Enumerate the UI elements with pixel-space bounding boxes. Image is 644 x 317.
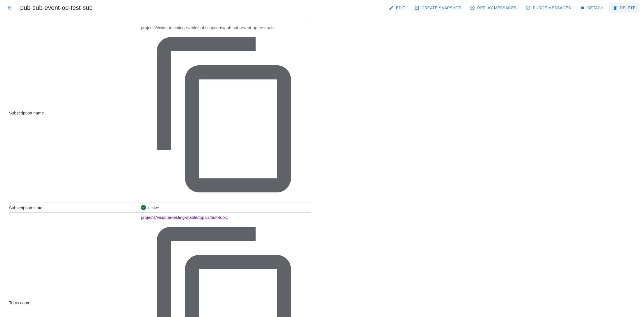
edit-button[interactable]: EDIT [385,3,409,13]
subscription-name-row: Subscription name projects/visionai-test… [9,23,310,203]
trash-icon [613,5,618,10]
clock-icon [470,5,475,10]
copy-icon [143,220,312,317]
detach-button[interactable]: DETACH [576,3,608,13]
check-circle-icon [141,205,146,210]
purge-label: PURGE MESSAGES [533,6,571,10]
detach-label: DETACH [587,6,604,10]
stop-icon [580,5,585,10]
arrow-back-icon [7,4,13,11]
sub-state-value: active [148,205,159,210]
subscription-state-row: Subscription state active [9,203,310,213]
details-table: Subscription name projects/visionai-test… [9,23,310,317]
page-header: pub-sub-event-op-test-sub EDIT CREATE SN… [0,0,644,16]
topic-label: Topic name [9,213,141,317]
sub-state-label: Subscription state [9,203,141,213]
back-button[interactable] [4,2,16,13]
purge-button[interactable]: PURGE MESSAGES [522,3,575,13]
edit-label: EDIT [396,6,405,10]
toolbar: EDIT CREATE SNAPSHOT REPLAY MESSAGES PUR… [385,3,640,13]
pencil-icon [389,5,394,10]
create-snapshot-button[interactable]: CREATE SNAPSHOT [410,3,465,13]
topic-link[interactable]: projects/visionai-testing-stable/topics/… [141,215,228,220]
delete-button[interactable]: DELETE [609,3,640,13]
snapshot-icon [414,5,419,10]
purge-icon [526,5,531,10]
sub-name-label: Subscription name [9,23,141,203]
page-title: pub-sub-event-op-test-sub [20,4,93,12]
replay-button[interactable]: REPLAY MESSAGES [466,3,520,13]
replay-label: REPLAY MESSAGES [477,6,517,10]
copy-sub-name-button[interactable] [143,196,312,200]
sub-name-value: projects/visionai-testing-stable/subscri… [141,25,274,30]
snapshot-label: CREATE SNAPSHOT [422,6,461,10]
topic-name-row: Topic name projects/visionai-testing-sta… [9,213,310,317]
copy-icon [143,30,312,199]
delete-label: DELETE [620,6,636,10]
